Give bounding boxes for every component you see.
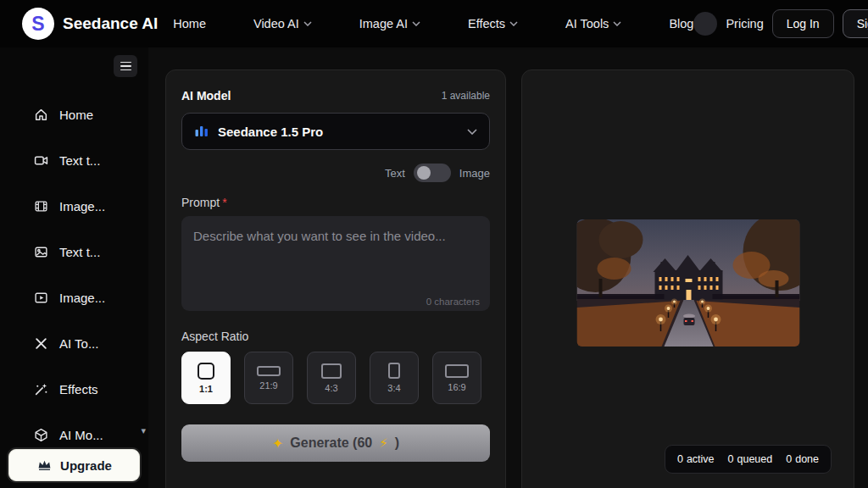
upgrade-label: Upgrade (60, 458, 112, 473)
chevron-down-icon (613, 21, 621, 26)
generator-panel: AI Model 1 available Seedance 1.5 Pro Te… (165, 69, 506, 488)
sidebar-scroll-down-icon[interactable]: ▾ (141, 426, 146, 435)
selected-model-name: Seedance 1.5 Pro (218, 125, 459, 139)
brand: S Seedance AI (22, 8, 158, 40)
ratio-shape-icon (321, 363, 342, 379)
ratio-shape-icon (257, 366, 281, 376)
nav-item-video-ai[interactable]: Video AI (253, 17, 312, 30)
queue-status-bar: 0 active 0 queued 0 done (665, 445, 832, 474)
nav-item-image-ai[interactable]: Image AI (359, 17, 420, 30)
sidebar-item-label: Effects (59, 382, 98, 396)
bar-chart-icon (194, 124, 209, 139)
sidebar-nav: Home Text t... Image... Text t... Image.… (0, 92, 148, 458)
toggle-knob (417, 166, 431, 180)
status-done: 0 done (786, 453, 819, 465)
video-camera-icon (34, 153, 48, 168)
aspect-ratio-21-9[interactable]: 21:9 (244, 352, 293, 404)
home-icon (34, 108, 48, 122)
sidebar-collapse-button[interactable] (114, 55, 137, 77)
aspect-ratio-1-1[interactable]: 1:1 (181, 352, 231, 404)
login-button[interactable]: Log In (772, 9, 834, 38)
chevron-down-icon (509, 21, 518, 26)
sidebar: Home Text t... Image... Text t... Image.… (0, 47, 148, 488)
nav-links: Home Video AI Image AI Effects AI Tools … (173, 17, 693, 30)
ratio-shape-icon (445, 364, 469, 378)
sidebar-item-text-to-video[interactable]: Text t... (0, 137, 148, 183)
aspect-ratio-group: 1:1 21:9 4:3 3:4 (181, 352, 490, 404)
nav-item-blog[interactable]: Blog (669, 17, 693, 30)
nav-item-pricing[interactable]: Pricing (726, 17, 763, 30)
char-count: 0 characters (426, 297, 480, 307)
prompt-label: Prompt* (181, 196, 490, 209)
magic-wand-icon (34, 382, 48, 396)
aspect-ratio-label: Aspect Ratio (181, 330, 490, 343)
cube-icon (34, 428, 48, 442)
main-layout: Home Text t... Image... Text t... Image.… (0, 47, 868, 488)
prompt-field-wrap: 0 characters (181, 216, 490, 314)
chevron-down-icon (467, 129, 477, 135)
theme-toggle-button[interactable] (693, 12, 717, 36)
mode-image-label: Image (459, 167, 490, 180)
sidebar-item-image-to-image[interactable]: Image... (0, 274, 148, 320)
sidebar-item-label: Home (59, 108, 93, 122)
sidebar-item-home[interactable]: Home (0, 92, 148, 137)
generate-button[interactable]: ✦ Generate (60 ⚡ ) (181, 424, 490, 462)
model-available-count: 1 available (442, 90, 490, 102)
sidebar-item-text-to-image[interactable]: Text t... (0, 229, 148, 274)
preview-panel: 0 active 0 queued 0 done (521, 69, 854, 488)
sidebar-item-label: AI Mo... (59, 428, 103, 442)
sidebar-item-image-to-video[interactable]: Image... (0, 183, 148, 229)
required-asterisk: * (222, 196, 226, 209)
sidebar-item-label: Image... (59, 291, 105, 305)
app-root: S Seedance AI Home Video AI Image AI Eff… (0, 0, 868, 488)
top-navbar: S Seedance AI Home Video AI Image AI Eff… (0, 0, 868, 47)
aspect-ratio-16-9[interactable]: 16:9 (432, 352, 481, 404)
bolt-icon: ⚡ (379, 435, 388, 451)
hamburger-icon (120, 62, 131, 64)
model-header: AI Model 1 available (181, 89, 490, 103)
status-active: 0 active (677, 453, 715, 465)
sidebar-item-effects[interactable]: Effects (0, 366, 148, 412)
preview-video-thumbnail (576, 219, 799, 347)
nav-item-effects[interactable]: Effects (468, 17, 518, 30)
sidebar-item-ai-tools[interactable]: AI To... (0, 320, 148, 366)
aspect-ratio-4-3[interactable]: 4:3 (307, 352, 356, 404)
tools-icon (34, 336, 48, 351)
chevron-down-icon (303, 21, 312, 26)
model-section-label: AI Model (181, 89, 231, 103)
image-play-icon (34, 291, 48, 305)
ratio-shape-icon (388, 363, 400, 379)
nav-actions: Pricing Log In Sign Up (693, 9, 868, 38)
status-queued: 0 queued (728, 453, 773, 465)
nav-item-home[interactable]: Home (173, 17, 206, 30)
film-icon (34, 199, 48, 214)
text-image-toggle[interactable] (414, 164, 451, 182)
model-select-dropdown[interactable]: Seedance 1.5 Pro (181, 113, 490, 150)
generate-label: Generate (60 (290, 435, 372, 451)
nav-item-ai-tools[interactable]: AI Tools (565, 17, 621, 30)
sidebar-item-label: Image... (59, 199, 105, 214)
sidebar-item-label: Text t... (59, 153, 100, 168)
sidebar-item-label: AI To... (59, 336, 98, 351)
brand-logo-icon: S (22, 8, 54, 40)
mode-text-label: Text (385, 167, 405, 180)
ratio-shape-icon (198, 363, 214, 380)
crown-icon (36, 458, 53, 472)
logo-letter: S (31, 13, 44, 36)
mode-toggle-row: Text Image (181, 164, 490, 182)
aspect-ratio-3-4[interactable]: 3:4 (370, 352, 419, 404)
sidebar-item-label: Text t... (59, 245, 100, 259)
generate-label-suffix: ) (395, 435, 399, 451)
image-icon (34, 245, 48, 259)
sparkles-icon: ✦ (272, 435, 283, 452)
brand-name: Seedance AI (63, 14, 158, 33)
upgrade-button[interactable]: Upgrade (8, 449, 140, 481)
chevron-down-icon (412, 21, 420, 26)
signup-button[interactable]: Sign Up (843, 9, 868, 38)
content-area: AI Model 1 available Seedance 1.5 Pro Te… (148, 47, 868, 488)
